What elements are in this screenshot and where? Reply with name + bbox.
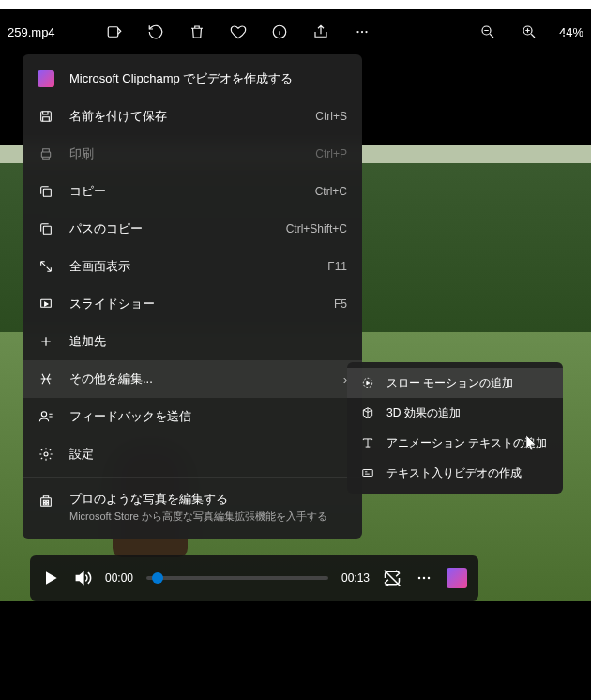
gear-icon [38, 446, 54, 463]
seek-bar[interactable] [146, 576, 328, 580]
menu-label: 名前を付けて保存 [69, 108, 300, 125]
fullscreen-icon [38, 258, 54, 275]
submenu-create-video[interactable]: テキスト入りビデオの作成 [347, 458, 563, 488]
content-area: 00:00 00:13 Microsoft Clipchamp でビデオを作成す… [0, 54, 591, 700]
svg-point-10 [423, 577, 426, 580]
loop-button[interactable] [383, 569, 402, 587]
menu-label: Microsoft Clipchamp でビデオを作成する [69, 70, 347, 87]
menu-feedback[interactable]: フィードバックを送信 [23, 398, 362, 435]
print-icon [38, 145, 54, 162]
menu-label: その他を編集... [69, 371, 328, 388]
menu-label: 設定 [69, 446, 347, 463]
svg-point-17 [41, 412, 46, 417]
menu-label: 全画面表示 [69, 258, 312, 275]
pro-subtitle: Microsoft Store から高度な写真編集拡張機能を入手する [69, 510, 347, 524]
seek-thumb[interactable] [152, 572, 163, 584]
svg-rect-19 [41, 498, 52, 507]
svg-point-2 [356, 31, 358, 33]
toolbar-center-icons [103, 21, 373, 43]
edit-submenu: スロー モーションの追加 3D 効果の追加 アニメーション テキストの追加 テキ… [347, 362, 563, 494]
menu-label: フィードバックを送信 [69, 408, 347, 425]
volume-button[interactable] [73, 569, 92, 587]
svg-point-18 [44, 452, 48, 456]
submenu-label: スロー モーションの追加 [386, 375, 513, 391]
menu-copy[interactable]: コピー Ctrl+C [23, 173, 362, 210]
toolbar: 259.mp4 44% [0, 9, 591, 54]
copy-icon [38, 183, 54, 200]
svg-point-3 [361, 31, 363, 33]
save-icon [38, 108, 54, 125]
toolbar-right: 44% [477, 21, 583, 43]
plus-icon [38, 333, 54, 350]
context-menu: Microsoft Clipchamp でビデオを作成する 名前を付けて保存 C… [23, 54, 362, 539]
edit-icon[interactable] [103, 21, 126, 43]
menu-label: パスのコピー [69, 221, 271, 237]
submenu-3d-effects[interactable]: 3D 効果の追加 [347, 398, 563, 428]
svg-rect-0 [108, 27, 118, 38]
filename: 259.mp4 [8, 25, 55, 39]
menu-label: 追加先 [69, 333, 347, 350]
svg-rect-14 [43, 189, 51, 196]
menu-clipchamp[interactable]: Microsoft Clipchamp でビデオを作成する [23, 60, 362, 98]
slow-motion-icon [360, 375, 375, 390]
time-duration: 00:13 [341, 571, 370, 585]
player-controls: 00:00 00:13 [30, 555, 478, 601]
menu-pro-edit[interactable]: プロのような写真を編集する Microsoft Store から高度な写真編集拡… [23, 481, 362, 533]
menu-edit-more[interactable]: その他を編集... › [23, 360, 362, 398]
favorite-icon[interactable] [227, 21, 250, 43]
copy-path-icon [38, 221, 54, 237]
slideshow-icon [38, 296, 54, 312]
zoom-out-icon[interactable] [477, 21, 499, 43]
menu-shortcut: F5 [334, 297, 347, 311]
edit-more-icon [38, 371, 54, 388]
share-icon[interactable] [310, 21, 332, 43]
svg-point-9 [418, 577, 421, 580]
clipchamp-button[interactable] [447, 568, 467, 588]
3d-effects-icon [360, 405, 375, 420]
submenu-label: テキスト入りビデオの作成 [386, 465, 522, 481]
menu-slideshow[interactable]: スライドショー F5 [23, 285, 362, 323]
submenu-slow-motion[interactable]: スロー モーションの追加 [347, 368, 563, 398]
menu-shortcut: Ctrl+P [315, 147, 347, 160]
store-icon [38, 493, 54, 510]
delete-icon[interactable] [186, 21, 208, 43]
submenu-label: アニメーション テキストの追加 [386, 435, 547, 451]
info-icon[interactable] [268, 21, 291, 43]
menu-label: 印刷 [69, 145, 300, 162]
submenu-animated-text[interactable]: アニメーション テキストの追加 [347, 428, 563, 458]
menu-shortcut: Ctrl+C [315, 185, 347, 198]
feedback-icon [38, 408, 54, 425]
player-more-button[interactable] [415, 569, 433, 587]
pro-title: プロのような写真を編集する [69, 491, 347, 508]
play-button[interactable] [41, 569, 60, 587]
menu-label: コピー [69, 183, 300, 200]
menu-shortcut: Ctrl+Shift+C [286, 222, 347, 236]
svg-rect-13 [41, 152, 50, 157]
clipchamp-icon [38, 70, 54, 87]
svg-point-4 [365, 31, 367, 33]
menu-separator [23, 477, 362, 478]
submenu-label: 3D 効果の追加 [386, 405, 461, 421]
more-icon[interactable] [351, 21, 373, 43]
animated-text-icon [360, 435, 375, 450]
menu-settings[interactable]: 設定 [23, 435, 362, 473]
menu-shortcut: Ctrl+S [315, 110, 347, 123]
svg-rect-21 [363, 470, 373, 477]
menu-shortcut: F11 [327, 260, 347, 273]
menu-add-to[interactable]: 追加先 [23, 323, 362, 360]
zoom-in-icon[interactable] [518, 21, 540, 43]
menu-print: 印刷 Ctrl+P [23, 135, 362, 173]
create-video-icon [360, 465, 375, 480]
menu-label: スライドショー [69, 296, 319, 312]
svg-point-11 [428, 577, 431, 580]
svg-rect-15 [43, 226, 51, 234]
minimize-button[interactable] [542, 20, 580, 48]
menu-copy-path[interactable]: パスのコピー Ctrl+Shift+C [23, 210, 362, 248]
menu-save-as[interactable]: 名前を付けて保存 Ctrl+S [23, 98, 362, 135]
svg-rect-7 [556, 34, 566, 35]
rotate-icon[interactable] [144, 21, 167, 43]
time-current: 00:00 [105, 571, 133, 585]
menu-fullscreen[interactable]: 全画面表示 F11 [23, 248, 362, 285]
